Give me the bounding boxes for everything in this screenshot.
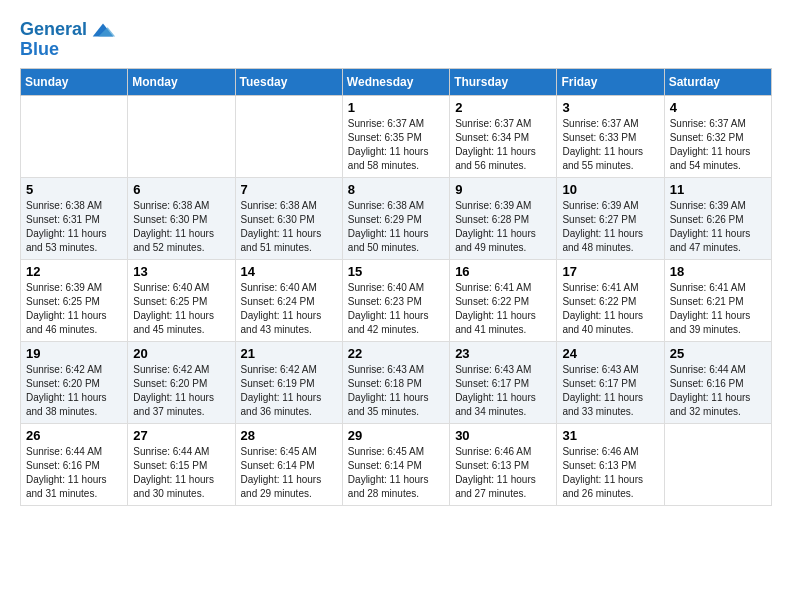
day-info: Sunrise: 6:39 AM Sunset: 6:25 PM Dayligh… [26, 281, 122, 337]
day-number: 5 [26, 182, 122, 197]
calendar-cell: 29Sunrise: 6:45 AM Sunset: 6:14 PM Dayli… [342, 423, 449, 505]
day-number: 16 [455, 264, 551, 279]
day-info: Sunrise: 6:41 AM Sunset: 6:22 PM Dayligh… [455, 281, 551, 337]
calendar-cell: 9Sunrise: 6:39 AM Sunset: 6:28 PM Daylig… [450, 177, 557, 259]
day-info: Sunrise: 6:39 AM Sunset: 6:28 PM Dayligh… [455, 199, 551, 255]
day-info: Sunrise: 6:38 AM Sunset: 6:30 PM Dayligh… [241, 199, 337, 255]
calendar-cell: 27Sunrise: 6:44 AM Sunset: 6:15 PM Dayli… [128, 423, 235, 505]
calendar-cell [664, 423, 771, 505]
day-number: 23 [455, 346, 551, 361]
calendar-cell: 1Sunrise: 6:37 AM Sunset: 6:35 PM Daylig… [342, 95, 449, 177]
day-number: 29 [348, 428, 444, 443]
calendar-cell: 26Sunrise: 6:44 AM Sunset: 6:16 PM Dayli… [21, 423, 128, 505]
day-number: 18 [670, 264, 766, 279]
day-info: Sunrise: 6:39 AM Sunset: 6:26 PM Dayligh… [670, 199, 766, 255]
day-info: Sunrise: 6:39 AM Sunset: 6:27 PM Dayligh… [562, 199, 658, 255]
day-info: Sunrise: 6:43 AM Sunset: 6:18 PM Dayligh… [348, 363, 444, 419]
day-number: 12 [26, 264, 122, 279]
day-number: 14 [241, 264, 337, 279]
weekday-row: SundayMondayTuesdayWednesdayThursdayFrid… [21, 68, 772, 95]
day-number: 6 [133, 182, 229, 197]
day-number: 20 [133, 346, 229, 361]
calendar-cell: 15Sunrise: 6:40 AM Sunset: 6:23 PM Dayli… [342, 259, 449, 341]
calendar-cell: 13Sunrise: 6:40 AM Sunset: 6:25 PM Dayli… [128, 259, 235, 341]
calendar-week-row: 26Sunrise: 6:44 AM Sunset: 6:16 PM Dayli… [21, 423, 772, 505]
day-number: 22 [348, 346, 444, 361]
calendar-cell [235, 95, 342, 177]
day-info: Sunrise: 6:42 AM Sunset: 6:19 PM Dayligh… [241, 363, 337, 419]
day-number: 9 [455, 182, 551, 197]
day-number: 13 [133, 264, 229, 279]
day-info: Sunrise: 6:44 AM Sunset: 6:16 PM Dayligh… [26, 445, 122, 501]
calendar-cell: 19Sunrise: 6:42 AM Sunset: 6:20 PM Dayli… [21, 341, 128, 423]
day-info: Sunrise: 6:46 AM Sunset: 6:13 PM Dayligh… [562, 445, 658, 501]
calendar-cell: 31Sunrise: 6:46 AM Sunset: 6:13 PM Dayli… [557, 423, 664, 505]
day-number: 11 [670, 182, 766, 197]
calendar-cell: 14Sunrise: 6:40 AM Sunset: 6:24 PM Dayli… [235, 259, 342, 341]
weekday-header: Thursday [450, 68, 557, 95]
logo-icon [89, 16, 117, 44]
day-info: Sunrise: 6:42 AM Sunset: 6:20 PM Dayligh… [26, 363, 122, 419]
calendar-cell: 12Sunrise: 6:39 AM Sunset: 6:25 PM Dayli… [21, 259, 128, 341]
calendar-cell: 6Sunrise: 6:38 AM Sunset: 6:30 PM Daylig… [128, 177, 235, 259]
day-info: Sunrise: 6:42 AM Sunset: 6:20 PM Dayligh… [133, 363, 229, 419]
day-number: 28 [241, 428, 337, 443]
day-info: Sunrise: 6:45 AM Sunset: 6:14 PM Dayligh… [348, 445, 444, 501]
weekday-header: Wednesday [342, 68, 449, 95]
calendar-cell: 21Sunrise: 6:42 AM Sunset: 6:19 PM Dayli… [235, 341, 342, 423]
weekday-header: Monday [128, 68, 235, 95]
weekday-header: Tuesday [235, 68, 342, 95]
day-number: 21 [241, 346, 337, 361]
day-info: Sunrise: 6:37 AM Sunset: 6:33 PM Dayligh… [562, 117, 658, 173]
calendar-week-row: 19Sunrise: 6:42 AM Sunset: 6:20 PM Dayli… [21, 341, 772, 423]
day-number: 19 [26, 346, 122, 361]
calendar-cell: 24Sunrise: 6:43 AM Sunset: 6:17 PM Dayli… [557, 341, 664, 423]
weekday-header: Saturday [664, 68, 771, 95]
day-info: Sunrise: 6:37 AM Sunset: 6:35 PM Dayligh… [348, 117, 444, 173]
day-info: Sunrise: 6:44 AM Sunset: 6:16 PM Dayligh… [670, 363, 766, 419]
day-info: Sunrise: 6:41 AM Sunset: 6:22 PM Dayligh… [562, 281, 658, 337]
calendar-cell: 20Sunrise: 6:42 AM Sunset: 6:20 PM Dayli… [128, 341, 235, 423]
day-number: 7 [241, 182, 337, 197]
day-info: Sunrise: 6:38 AM Sunset: 6:31 PM Dayligh… [26, 199, 122, 255]
calendar-cell: 17Sunrise: 6:41 AM Sunset: 6:22 PM Dayli… [557, 259, 664, 341]
calendar-cell: 11Sunrise: 6:39 AM Sunset: 6:26 PM Dayli… [664, 177, 771, 259]
day-number: 15 [348, 264, 444, 279]
day-number: 8 [348, 182, 444, 197]
day-number: 25 [670, 346, 766, 361]
day-info: Sunrise: 6:40 AM Sunset: 6:23 PM Dayligh… [348, 281, 444, 337]
day-info: Sunrise: 6:40 AM Sunset: 6:25 PM Dayligh… [133, 281, 229, 337]
calendar-cell [128, 95, 235, 177]
calendar-header: SundayMondayTuesdayWednesdayThursdayFrid… [21, 68, 772, 95]
calendar-table: SundayMondayTuesdayWednesdayThursdayFrid… [20, 68, 772, 506]
calendar-cell: 10Sunrise: 6:39 AM Sunset: 6:27 PM Dayli… [557, 177, 664, 259]
day-info: Sunrise: 6:44 AM Sunset: 6:15 PM Dayligh… [133, 445, 229, 501]
page-header: General Blue [20, 16, 772, 60]
calendar-cell: 16Sunrise: 6:41 AM Sunset: 6:22 PM Dayli… [450, 259, 557, 341]
day-info: Sunrise: 6:38 AM Sunset: 6:30 PM Dayligh… [133, 199, 229, 255]
day-info: Sunrise: 6:37 AM Sunset: 6:34 PM Dayligh… [455, 117, 551, 173]
calendar-cell: 22Sunrise: 6:43 AM Sunset: 6:18 PM Dayli… [342, 341, 449, 423]
calendar-body: 1Sunrise: 6:37 AM Sunset: 6:35 PM Daylig… [21, 95, 772, 505]
day-number: 17 [562, 264, 658, 279]
calendar-cell: 23Sunrise: 6:43 AM Sunset: 6:17 PM Dayli… [450, 341, 557, 423]
day-info: Sunrise: 6:41 AM Sunset: 6:21 PM Dayligh… [670, 281, 766, 337]
day-number: 30 [455, 428, 551, 443]
calendar-week-row: 1Sunrise: 6:37 AM Sunset: 6:35 PM Daylig… [21, 95, 772, 177]
day-number: 2 [455, 100, 551, 115]
day-number: 1 [348, 100, 444, 115]
day-info: Sunrise: 6:43 AM Sunset: 6:17 PM Dayligh… [455, 363, 551, 419]
day-number: 27 [133, 428, 229, 443]
day-info: Sunrise: 6:40 AM Sunset: 6:24 PM Dayligh… [241, 281, 337, 337]
calendar-cell: 18Sunrise: 6:41 AM Sunset: 6:21 PM Dayli… [664, 259, 771, 341]
weekday-header: Sunday [21, 68, 128, 95]
day-info: Sunrise: 6:38 AM Sunset: 6:29 PM Dayligh… [348, 199, 444, 255]
day-info: Sunrise: 6:43 AM Sunset: 6:17 PM Dayligh… [562, 363, 658, 419]
day-number: 24 [562, 346, 658, 361]
day-number: 31 [562, 428, 658, 443]
day-info: Sunrise: 6:45 AM Sunset: 6:14 PM Dayligh… [241, 445, 337, 501]
calendar-cell: 3Sunrise: 6:37 AM Sunset: 6:33 PM Daylig… [557, 95, 664, 177]
calendar-cell: 5Sunrise: 6:38 AM Sunset: 6:31 PM Daylig… [21, 177, 128, 259]
day-number: 4 [670, 100, 766, 115]
calendar-cell: 4Sunrise: 6:37 AM Sunset: 6:32 PM Daylig… [664, 95, 771, 177]
